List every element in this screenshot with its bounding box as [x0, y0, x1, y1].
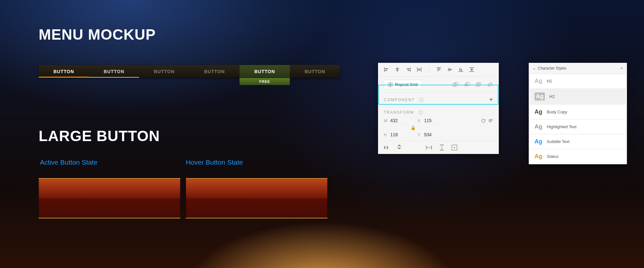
ag-swatch: Ag	[535, 138, 542, 145]
svg-point-38	[482, 119, 485, 122]
svg-rect-27	[391, 85, 393, 87]
svg-rect-17	[450, 69, 451, 71]
char-style-h2[interactable]: AgH2	[530, 89, 626, 104]
x-input[interactable]	[424, 118, 442, 123]
heading-menu-mockup: MENU MOCKUP	[39, 26, 156, 43]
align-left-icon[interactable]	[384, 66, 389, 73]
chevron-down-icon: ⌄	[533, 66, 536, 71]
nav-button-6[interactable]: BUTTON	[290, 65, 340, 78]
flip-vertical-icon[interactable]	[397, 145, 402, 150]
nav-dropdown-tag[interactable]: FREE	[240, 78, 290, 85]
nav-bar: BUTTON BUTTON BUTTON BUTTON BUTTON FREE …	[39, 65, 340, 78]
ag-swatch: Ag	[535, 109, 542, 115]
svg-rect-12	[437, 67, 441, 68]
align-middle-icon[interactable]	[447, 66, 452, 73]
svg-rect-9	[417, 67, 418, 72]
responsive-height-icon[interactable]	[439, 144, 444, 151]
repeat-grid-button[interactable]: Repeat Grid	[384, 80, 422, 89]
heading-large-button: LARGE BUTTON	[39, 127, 160, 145]
svg-rect-1	[385, 68, 388, 69]
y-label: Y	[418, 133, 422, 137]
align-stretch-v-icon[interactable]	[469, 66, 474, 73]
align-center-h-icon[interactable]	[395, 66, 400, 73]
svg-rect-26	[388, 85, 390, 87]
rotate-icon[interactable]	[481, 118, 486, 123]
svg-rect-44	[440, 150, 444, 150]
y-input[interactable]	[424, 132, 442, 138]
x-label: X	[418, 119, 422, 123]
transform-header: TRANSFORM i	[378, 107, 499, 116]
component-label: COMPONENT	[384, 98, 415, 102]
svg-point-46	[454, 147, 455, 148]
repeat-grid-label: Repeat Grid	[395, 82, 418, 87]
align-bottom-icon[interactable]	[458, 66, 463, 73]
char-style-highlighted-text[interactable]: AgHighlighted Text	[530, 120, 626, 134]
rotation-value[interactable]: 0°	[489, 118, 493, 123]
flip-horizontal-icon[interactable]	[384, 145, 390, 150]
svg-rect-2	[385, 70, 387, 71]
nav-button-4[interactable]: BUTTON	[189, 65, 240, 78]
boolean-subtract-icon[interactable]	[464, 82, 470, 88]
ag-swatch: Ag	[535, 123, 542, 130]
add-component-icon[interactable]: +	[489, 96, 493, 103]
align-top-icon[interactable]	[436, 66, 441, 73]
char-style-status[interactable]: AgStatus	[530, 149, 626, 163]
align-stretch-icon[interactable]	[417, 66, 422, 73]
height-input[interactable]	[390, 132, 408, 138]
svg-rect-15	[448, 69, 452, 70]
component-section: COMPONENT i +	[378, 93, 499, 107]
large-button-hover[interactable]	[186, 178, 327, 218]
properties-panel: Repeat Grid COMPONENT i + TRANSFORM i W …	[378, 63, 499, 154]
char-style-name: H1	[547, 79, 552, 83]
responsive-width-icon[interactable]	[426, 145, 432, 150]
nav-button-1[interactable]: BUTTON	[39, 65, 89, 78]
ag-swatch: Ag	[535, 153, 542, 160]
svg-rect-41	[426, 146, 427, 149]
label-active-state: Active Button State	[40, 158, 98, 166]
label-hover-state: Hover Button State	[186, 158, 243, 166]
svg-rect-34	[478, 83, 479, 85]
boolean-add-icon[interactable]	[452, 82, 458, 88]
svg-rect-19	[459, 68, 460, 71]
svg-rect-16	[449, 68, 450, 71]
svg-rect-21	[469, 67, 474, 68]
ag-swatch: Ag	[535, 78, 542, 84]
width-input[interactable]	[390, 118, 408, 123]
char-style-name: Body Copy	[547, 110, 567, 114]
svg-rect-24	[388, 82, 390, 84]
add-style-icon[interactable]: +	[620, 65, 623, 71]
w-label: W	[384, 119, 388, 123]
boolean-exclude-icon[interactable]	[487, 82, 493, 88]
transform-label: TRANSFORM	[384, 110, 414, 115]
align-right-icon[interactable]	[406, 66, 411, 73]
character-styles-title: Character Styles	[538, 66, 566, 71]
nav-button-5[interactable]: BUTTON FREE	[240, 65, 290, 78]
h-label: H	[384, 133, 388, 137]
svg-rect-8	[408, 70, 410, 71]
svg-rect-4	[396, 68, 399, 69]
svg-rect-13	[438, 68, 439, 71]
info-icon[interactable]: i	[419, 110, 423, 115]
svg-rect-22	[469, 71, 474, 72]
nav-button-3[interactable]: BUTTON	[139, 65, 189, 78]
svg-rect-42	[431, 146, 432, 149]
boolean-intersect-icon[interactable]	[476, 82, 481, 88]
char-style-name: Subtitle Text	[547, 139, 570, 144]
ag-swatch: Ag	[535, 92, 545, 100]
svg-rect-18	[459, 71, 463, 72]
responsive-resize-icon[interactable]	[451, 145, 457, 150]
large-button-active[interactable]	[39, 178, 180, 218]
char-style-body-copy[interactable]: AgBody Copy	[530, 105, 626, 119]
repeat-grid-row: Repeat Grid	[378, 77, 499, 93]
lock-aspect-icon[interactable]: 🔒	[411, 125, 416, 130]
svg-rect-5	[396, 70, 398, 71]
info-icon[interactable]: i	[419, 98, 423, 102]
char-style-subtitle-text[interactable]: AgSubtitle Text	[530, 135, 626, 148]
nav-button-2[interactable]: BUTTON	[89, 65, 139, 78]
character-styles-header[interactable]: ⌄ Character Styles +	[529, 63, 627, 74]
align-toolbar	[378, 63, 499, 77]
svg-rect-0	[384, 67, 385, 72]
char-style-h1[interactable]: AgH1	[530, 74, 626, 88]
svg-rect-23	[471, 69, 473, 71]
svg-rect-25	[391, 82, 393, 84]
